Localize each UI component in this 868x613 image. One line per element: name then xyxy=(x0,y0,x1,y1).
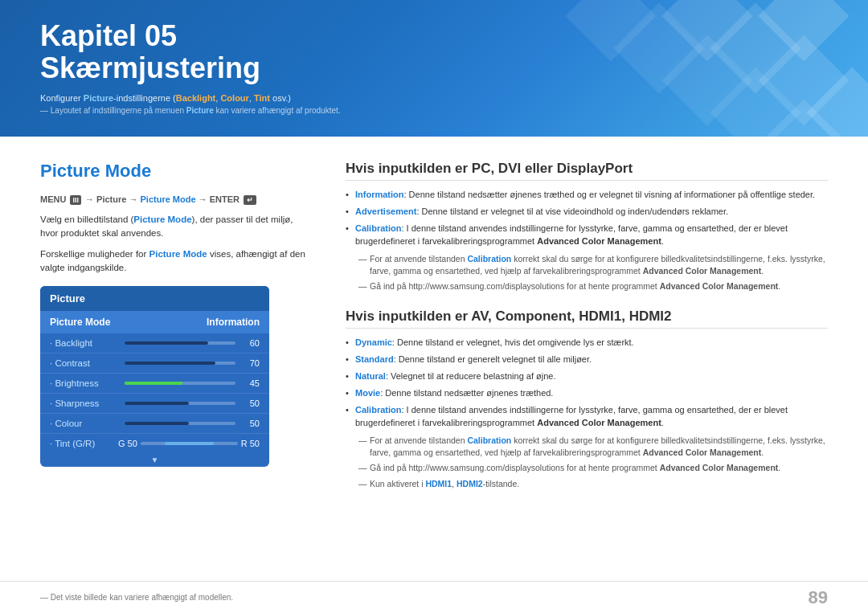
brightness-row: Brightness 45 xyxy=(40,374,269,394)
page-header: Kapitel 05 Skærmjustering Konfigurer Pic… xyxy=(0,0,868,137)
brightness-slider[interactable] xyxy=(125,382,235,385)
pc-section-title: Hvis inputkilden er PC, DVI eller Displa… xyxy=(346,161,828,181)
tint-label: Tint (G/R) xyxy=(50,439,118,448)
list-item-movie: Movie: Denne tilstand nedsætter øjnenes … xyxy=(346,387,828,400)
av-note-1: For at anvende tilstanden Calibration ko… xyxy=(358,435,828,459)
picture-mode-value: Information xyxy=(207,317,260,328)
picture-ui-box: Picture Picture Mode Information Backlig… xyxy=(40,286,269,467)
body-text-2: Forskellige muligheder for Picture Mode … xyxy=(40,247,313,276)
pc-note-1: For at anvende tilstanden Calibration ko… xyxy=(358,253,828,277)
contrast-row: Contrast 70 xyxy=(40,353,269,374)
tint-r-value: R 50 xyxy=(241,439,260,448)
brightness-value: 45 xyxy=(242,378,260,388)
picture-box-header: Picture xyxy=(40,286,269,311)
body-text-1: Vælg en billedtilstand (Picture Mode), d… xyxy=(40,213,313,241)
sharpness-slider[interactable] xyxy=(125,402,235,405)
scroll-down-icon: ▼ xyxy=(40,453,269,467)
brightness-label: Brightness xyxy=(50,378,118,388)
menu-path: MENU III → Picture → Picture Mode → ENTE… xyxy=(40,194,313,205)
tint-values: G 50 R 50 xyxy=(118,439,260,448)
chapter-label: Kapitel 05 xyxy=(40,20,341,52)
contrast-value: 70 xyxy=(242,358,260,368)
av-section-title: Hvis inputkilden er AV, Component, HDMI1… xyxy=(346,309,828,329)
header-content: Kapitel 05 Skærmjustering Konfigurer Pic… xyxy=(40,20,341,115)
tint-g-value: G 50 xyxy=(118,439,137,448)
colour-value: 50 xyxy=(242,419,260,428)
tint-slider[interactable] xyxy=(141,442,238,445)
left-section-title: Picture Mode xyxy=(40,161,313,182)
sharpness-label: Sharpness xyxy=(50,398,118,408)
list-item-calibration-av: Calibration: I denne tilstand anvendes i… xyxy=(346,404,828,430)
av-note-3: Kun aktiveret i HDMI1, HDMI2-tilstande. xyxy=(358,478,828,490)
picture-mode-row: Picture Mode Information xyxy=(40,311,269,333)
pc-bullet-list: Information: Denne tilstand nedsætter øj… xyxy=(346,189,828,248)
page-title: Skærmjustering xyxy=(40,52,341,84)
header-note: — Layoutet af indstillingerne på menuen … xyxy=(40,106,341,115)
colour-row: Colour 50 xyxy=(40,414,269,434)
list-item-calibration-pc: Calibration: I denne tilstand anvendes i… xyxy=(346,223,828,248)
backlight-slider[interactable] xyxy=(125,341,235,345)
main-content: Picture Mode MENU III → Picture → Pictur… xyxy=(0,145,868,581)
av-bullet-list: Dynamic: Denne tilstand er velegnet, hvi… xyxy=(346,337,828,430)
list-item-dynamic: Dynamic: Denne tilstand er velegnet, hvi… xyxy=(346,337,828,349)
footer-note: — Det viste billede kan variere afhængig… xyxy=(40,593,233,602)
list-item-advertisement: Advertisement: Denne tilstand er velegne… xyxy=(346,206,828,219)
sharpness-value: 50 xyxy=(242,398,260,408)
pc-section: Hvis inputkilden er PC, DVI eller Displa… xyxy=(346,161,828,292)
header-description: Konfigurer Picture-indstillingerne (Back… xyxy=(40,93,341,103)
list-item-information: Information: Denne tilstand nedsætter øj… xyxy=(346,189,828,202)
colour-slider[interactable] xyxy=(125,422,235,425)
list-item-natural: Natural: Velegnet til at reducere belast… xyxy=(346,370,828,383)
right-column: Hvis inputkilden er PC, DVI eller Displa… xyxy=(346,161,828,573)
page-footer: — Det viste billede kan variere afhængig… xyxy=(0,581,868,613)
colour-label: Colour xyxy=(50,419,118,428)
left-column: Picture Mode MENU III → Picture → Pictur… xyxy=(40,161,313,573)
contrast-slider[interactable] xyxy=(125,362,235,365)
pc-note-2: Gå ind på http://www.samsung.com/display… xyxy=(358,280,828,292)
page-number: 89 xyxy=(809,587,828,608)
av-section: Hvis inputkilden er AV, Component, HDMI1… xyxy=(346,309,828,490)
backlight-value: 60 xyxy=(242,338,260,348)
tint-row: Tint (G/R) G 50 R 50 xyxy=(40,434,269,453)
header-decoration xyxy=(563,0,868,137)
backlight-label: Backlight xyxy=(50,338,118,348)
av-note-2: Gå ind på http://www.samsung.com/display… xyxy=(358,462,828,474)
list-item-standard: Standard: Denne tilstand er generelt vel… xyxy=(346,353,828,366)
contrast-label: Contrast xyxy=(50,358,118,368)
sharpness-row: Sharpness 50 xyxy=(40,394,269,414)
backlight-row: Backlight 60 xyxy=(40,333,269,353)
picture-mode-label: Picture Mode xyxy=(50,317,110,328)
